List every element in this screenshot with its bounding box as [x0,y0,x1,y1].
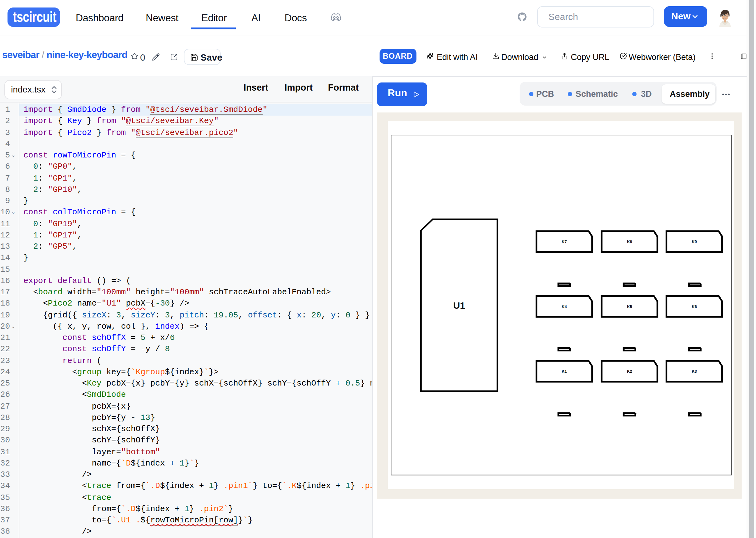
svg-text:K4: K4 [561,304,567,309]
svg-text:K1: K1 [561,369,566,374]
svg-text:K9: K9 [691,240,696,244]
svg-text:U1: U1 [453,300,465,310]
svg-text:K8: K8 [626,240,632,244]
svg-text:K2: K2 [626,369,632,374]
svg-text:K5: K5 [626,304,632,309]
svg-text:K3: K3 [691,369,696,374]
svg-text:K7: K7 [561,240,566,244]
svg-text:K6: K6 [691,304,696,309]
